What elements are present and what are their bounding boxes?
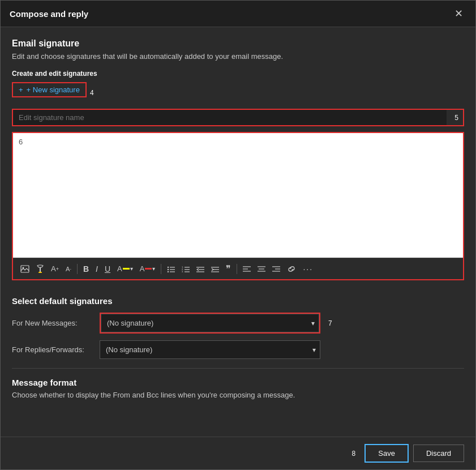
dialog-body: Email signature Edit and choose signatur…	[1, 27, 475, 437]
create-edit-label: Create and edit signatures	[12, 70, 464, 78]
decrease-indent-button[interactable]	[194, 264, 207, 274]
svg-text:3.: 3.	[182, 270, 183, 272]
close-button[interactable]: ✕	[451, 6, 466, 21]
more-options-button[interactable]: ···	[300, 263, 316, 275]
toolbar-separator-3	[237, 264, 237, 274]
compose-reply-dialog: Compose and reply ✕ Email signature Edit…	[0, 0, 476, 470]
align-left-button[interactable]	[240, 264, 254, 274]
editor-toolbar: A+ A- B I	[13, 258, 463, 279]
svg-rect-2	[40, 267, 41, 272]
save-button[interactable]: Save	[364, 444, 409, 463]
replies-row: For Replies/Forwards: (No signature) ▾	[12, 340, 464, 359]
dialog-header: Compose and reply ✕	[1, 1, 475, 27]
insert-image-button[interactable]	[18, 263, 32, 275]
step-6-badge: 6	[19, 138, 23, 146]
svg-point-4	[168, 266, 169, 267]
underline-button[interactable]: U	[102, 263, 113, 275]
signature-editor-area[interactable]: 6	[13, 133, 463, 258]
svg-point-6	[168, 271, 169, 272]
align-right-button[interactable]	[269, 264, 283, 274]
email-signature-desc: Edit and choose signatures that will be …	[12, 52, 464, 61]
discard-button[interactable]: Discard	[413, 445, 464, 462]
select-default-section: Select default signatures For New Messag…	[12, 289, 464, 359]
new-messages-select-wrap: (No signature) ▾	[100, 313, 320, 334]
underline-label: U	[105, 264, 110, 274]
svg-point-5	[168, 268, 169, 270]
font-increase-button[interactable]: A+	[48, 263, 62, 275]
message-format-desc: Choose whether to display the From and B…	[12, 391, 464, 399]
bold-button[interactable]: B	[80, 263, 92, 275]
quote-button[interactable]: ❞	[223, 262, 234, 276]
new-messages-row: For New Messages: (No signature) ▾ 7	[12, 313, 464, 334]
message-format-title: Message format	[12, 378, 464, 387]
replies-select-wrap: (No signature) ▾	[100, 340, 320, 359]
font-decrease-button[interactable]: A-	[63, 264, 74, 274]
replies-select[interactable]: (No signature)	[100, 340, 320, 359]
select-default-title: Select default signatures	[12, 296, 464, 306]
increase-indent-button[interactable]	[208, 264, 222, 274]
replies-label: For Replies/Forwards:	[12, 345, 94, 354]
highlight-color-button[interactable]: A ▾	[114, 263, 136, 275]
toolbar-separator-1	[77, 264, 78, 274]
new-signature-label: + New signature	[27, 86, 80, 94]
new-messages-label: For New Messages:	[12, 319, 94, 327]
italic-button[interactable]: I	[93, 263, 101, 275]
signature-editor-container: 6	[12, 132, 464, 280]
step-7-badge: 7	[328, 319, 332, 327]
step-4-badge: 4	[90, 89, 94, 97]
align-center-button[interactable]	[255, 264, 268, 274]
sig-name-input[interactable]	[13, 110, 447, 125]
new-messages-select[interactable]: (No signature)	[101, 314, 319, 332]
email-signature-title: Email signature	[12, 39, 464, 49]
email-signature-section: Email signature Edit and choose signatur…	[12, 39, 464, 280]
bold-label: B	[83, 264, 89, 274]
insert-link-button[interactable]	[284, 264, 299, 274]
numbered-list-button[interactable]: 1. 2. 3.	[179, 264, 192, 274]
dialog-footer: 8 Save Discard	[1, 437, 475, 469]
paint-format-button[interactable]	[33, 263, 47, 275]
message-format-section: Message format Choose whether to display…	[12, 378, 464, 408]
new-signature-button[interactable]: + + New signature	[12, 82, 87, 97]
toolbar-separator-2	[161, 264, 161, 274]
section-divider	[12, 368, 464, 369]
svg-rect-3	[38, 272, 42, 273]
svg-rect-0	[21, 266, 29, 272]
bullet-list-button[interactable]	[164, 264, 178, 274]
dialog-title: Compose and reply	[10, 9, 88, 19]
plus-icon: +	[19, 86, 23, 94]
italic-label: I	[96, 264, 98, 274]
font-color-button[interactable]: A ▾	[137, 263, 158, 275]
step-5-badge: 5	[450, 110, 463, 125]
sig-name-row: 5	[12, 109, 464, 126]
step-8-badge: 8	[352, 450, 356, 458]
